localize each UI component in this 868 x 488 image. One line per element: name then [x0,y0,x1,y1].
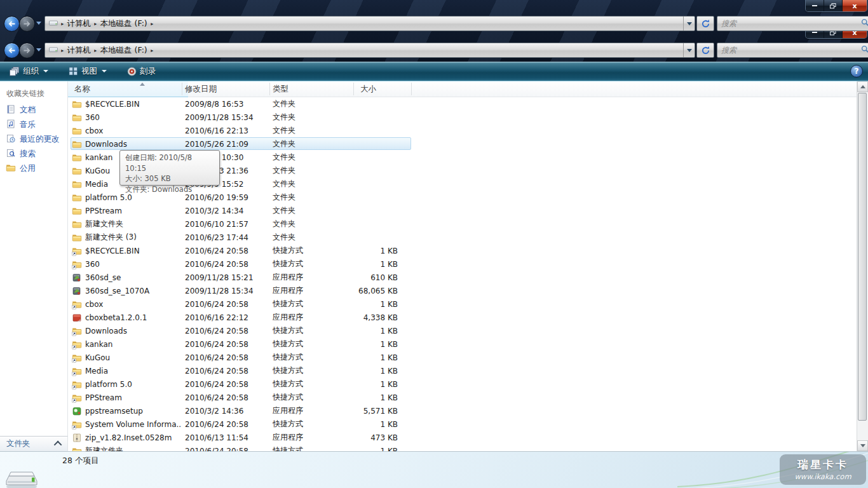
back-arrow-icon [8,20,16,27]
search-input[interactable]: 搜索 [717,43,868,58]
organize-button[interactable]: 组织 [4,64,54,79]
column-separator[interactable] [269,83,270,95]
views-label: 视图 [81,66,97,77]
back-button[interactable] [4,16,20,32]
table-row[interactable]: Downloads2010/5/26 21:09文件夹 [68,137,414,151]
burn-button[interactable]: 刻录 [121,64,161,79]
scrollbar-thumb[interactable] [858,93,867,421]
file-date-modified: 2009/8/8 16:53 [185,97,269,111]
sidebar-item-label: 搜索 [20,149,36,159]
forward-arrow-icon [23,47,31,54]
table-row[interactable]: $RECYCLE.BIN2009/8/8 16:53文件夹 [68,97,414,111]
file-size: 5,571 KB [353,404,405,417]
column-header-4[interactable]: 大小 [354,81,417,97]
vertical-scrollbar[interactable] [857,81,868,451]
scroll-down-button[interactable] [857,440,868,451]
file-name: $RECYCLE.BIN [85,97,182,111]
table-row[interactable]: PPStream2010/6/24 20:58快捷方式1 KB [68,391,414,404]
forward-button[interactable] [19,16,35,32]
file-date-modified: 2010/6/24 20:58 [185,257,269,271]
forward-button[interactable] [19,43,35,58]
table-row[interactable]: ppstreamsetup2010/3/2 14:36应用程序5,571 KB [68,404,414,417]
column-header-1[interactable]: 名称 [68,81,188,97]
file-size: 473 KB [353,431,405,444]
table-row[interactable]: Media2010/6/24 20:58快捷方式1 KB [68,364,414,377]
window-controls-back: x [805,0,867,12]
sidebar-item-3[interactable]: 最近的更改 [0,132,67,147]
table-row[interactable]: 新建文件夹2010/6/10 21:57文件夹 [68,217,414,231]
breadcrumb-item[interactable]: 计算机 [67,18,92,29]
refresh-button[interactable] [696,43,714,58]
table-row[interactable]: Downloads2010/6/24 20:58快捷方式1 KB [68,324,414,337]
file-name: cboxbeta1.2.0.1 [85,311,182,324]
restore-icon [830,3,836,9]
table-row[interactable]: 3602009/11/28 15:34文件夹 [68,111,414,124]
table-row[interactable]: platform 5.02010/6/20 19:59文件夹 [68,191,414,204]
column-header-label: 大小 [360,84,376,95]
sidebar-item-label: 文档 [20,105,36,116]
table-row[interactable]: 360sd_se_1070A2009/11/28 15:34应用程序68,065… [68,284,414,297]
minimize-icon [812,5,817,6]
breadcrumb-separator-icon: ▸ [151,48,153,53]
address-dropdown-button[interactable] [683,17,695,30]
back-button[interactable] [4,43,20,58]
breadcrumb-item[interactable]: 本地磁盘 (F:) [100,45,147,56]
sidebar-item-1[interactable]: 文档 [0,103,67,118]
file-size [353,177,405,191]
file-type: 文件夹 [273,191,351,204]
sidebar-item-2[interactable]: 音乐 [0,118,67,132]
address-bar[interactable]: ▸计算机▸本地磁盘 (F:)▸ [44,43,695,58]
table-row[interactable]: $RECYCLE.BIN2010/6/24 20:58快捷方式1 KB [68,244,414,257]
minimize-button[interactable] [806,0,824,11]
file-name: System Volume Informa... [85,417,182,431]
column-separator[interactable] [411,83,412,95]
file-name: 新建文件夹 (3) [85,231,182,244]
column-separator[interactable] [182,83,182,95]
views-button[interactable]: 视图 [63,64,112,79]
table-row[interactable]: System Volume Informa...2010/6/24 20:58快… [68,417,414,431]
file-date-modified: 2010/6/24 20:58 [185,364,269,377]
address-bar[interactable]: ▸计算机▸本地磁盘 (F:)▸ [44,16,695,31]
folder-icon [72,191,83,204]
breadcrumb-separator-icon: ▸ [61,21,64,27]
column-separator[interactable] [353,83,354,95]
column-header-3[interactable]: 类型 [270,81,356,97]
address-dropdown-button[interactable] [683,43,695,57]
breadcrumb-item[interactable]: 计算机 [67,45,92,56]
table-row[interactable]: cbox2010/6/24 20:58快捷方式1 KB [68,297,414,311]
table-row[interactable]: zip_v1.82.Inset.0528m2010/6/13 11:54应用程序… [68,431,414,444]
table-row[interactable]: cboxbeta1.2.0.12010/6/16 22:12应用程序4,338 … [68,311,414,324]
restore-button[interactable] [824,0,843,11]
table-row[interactable]: kankan2010/6/24 20:58快捷方式1 KB [68,337,414,351]
sidebar-item-4[interactable]: 搜索 [0,147,67,161]
close-icon: x [853,3,857,10]
close-button[interactable]: x [843,0,867,11]
table-row[interactable]: cbox2010/6/16 22:13文件夹 [68,124,414,137]
file-type: 快捷方式 [273,351,351,364]
table-row[interactable]: platform 5.02010/6/24 20:58快捷方式1 KB [68,377,414,391]
table-row[interactable]: PPStream2010/3/2 14:34文件夹 [68,204,414,217]
folder-icon [72,111,83,124]
refresh-button[interactable] [696,16,714,31]
table-row[interactable]: 3602010/6/24 20:58快捷方式1 KB [68,257,414,271]
scroll-up-button[interactable] [857,81,868,92]
file-size: 1 KB [353,337,405,351]
file-name: PPStream [85,204,182,217]
search-input[interactable]: 搜索 [717,16,868,31]
sidebar-item-label: 最近的更改 [20,134,60,145]
file-size [353,164,405,177]
folder-shortcut-icon [72,377,83,391]
table-row[interactable]: KuGou2010/6/24 20:58快捷方式1 KB [68,351,414,364]
column-header-2[interactable]: 修改日期 [182,81,272,97]
help-button[interactable]: ? [850,65,863,78]
sidebar-item-5[interactable]: 公用 [0,161,67,176]
folders-band[interactable]: 文件夹 [0,436,68,451]
history-dropdown-caret[interactable] [36,48,41,51]
drive-icon [49,46,58,55]
table-row[interactable]: 新建文件夹 (3)2010/6/23 17:44文件夹 [68,231,414,244]
history-dropdown-caret[interactable] [36,22,41,25]
table-row[interactable]: 新建文件夹2010/6/24 20:58快捷方式1 KB [68,444,414,451]
file-size [353,137,405,151]
breadcrumb-item[interactable]: 本地磁盘 (F:) [100,18,147,29]
table-row[interactable]: 360sd_se2009/11/28 15:21应用程序610 KB [68,271,414,284]
